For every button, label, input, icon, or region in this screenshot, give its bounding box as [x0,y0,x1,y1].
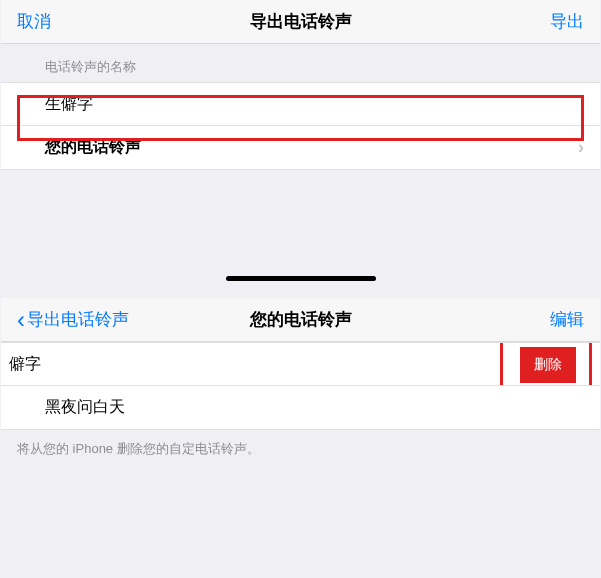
nav-bar-bottom: ‹ 导出电话铃声 您的电话铃声 编辑 [1,298,600,342]
chevron-left-icon: ‹ [17,308,25,332]
page-title: 导出电话铃声 [250,10,352,33]
your-ringtone-label: 您的电话铃声 [45,137,141,158]
cancel-button[interactable]: 取消 [17,10,51,33]
screen-export-ringtone: 取消 导出电话铃声 导出 电话铃声的名称 生僻字 您的电话铃声 › [1,0,600,170]
screen-your-ringtones: ‹ 导出电话铃声 您的电话铃声 编辑 僻字 删除 黑夜问白天 将从您的 iPho… [1,298,600,468]
ringtone-name-row[interactable]: 生僻字 [1,82,600,126]
back-button[interactable]: ‹ 导出电话铃声 [17,308,129,332]
list-item-label: 黑夜问白天 [45,397,125,418]
ringtone-list: 僻字 删除 黑夜问白天 [1,342,600,430]
home-indicator [226,276,376,281]
export-button[interactable]: 导出 [550,10,584,33]
chevron-right-icon: › [578,137,584,158]
delete-button[interactable]: 删除 [520,347,576,383]
your-ringtone-row[interactable]: 您的电话铃声 › [1,126,600,170]
section-label-ringtone-name: 电话铃声的名称 [1,44,600,82]
list-item[interactable]: 僻字 删除 [1,342,600,386]
footer-note: 将从您的 iPhone 删除您的自定电话铃声。 [1,430,600,468]
list-item[interactable]: 黑夜问白天 [1,386,600,430]
page-title-bottom: 您的电话铃声 [250,308,352,331]
nav-bar-top: 取消 导出电话铃声 导出 [1,0,600,44]
edit-button[interactable]: 编辑 [550,308,584,331]
back-label: 导出电话铃声 [27,308,129,331]
ringtone-name-value: 生僻字 [45,94,93,115]
list-item-label: 僻字 [1,354,41,375]
